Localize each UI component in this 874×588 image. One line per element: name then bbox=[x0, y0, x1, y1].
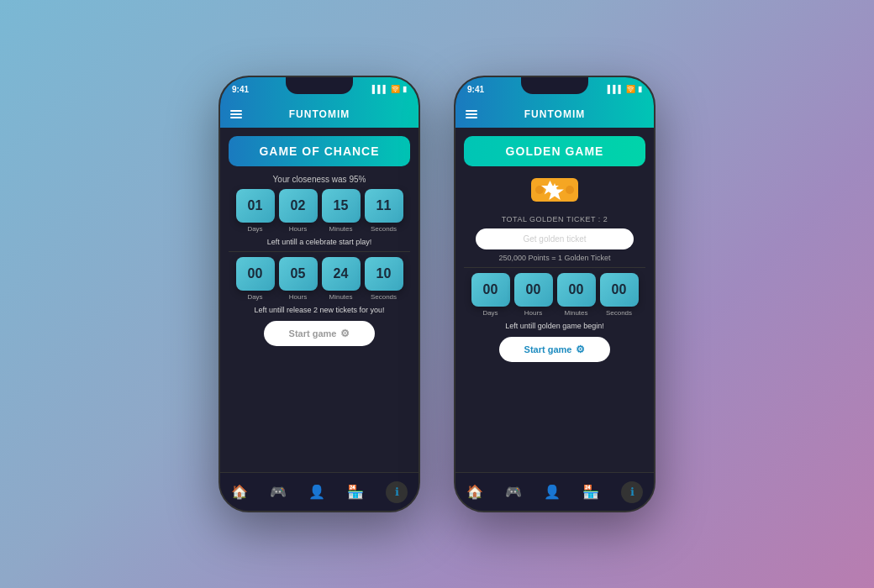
phone-notch-2 bbox=[521, 77, 588, 94]
golden-timer-seconds-label: Seconds bbox=[606, 309, 632, 317]
golden-timer-hours-label: Hours bbox=[524, 309, 542, 317]
timer2-seconds-box: 10 Seconds bbox=[365, 257, 403, 301]
timer1-minutes: 15 bbox=[322, 189, 361, 223]
timer1-seconds-label: Seconds bbox=[371, 225, 397, 233]
timer1-row: 01 Days 02 Hours 15 Minutes 11 Seconds bbox=[229, 189, 410, 233]
nav-info-1[interactable]: ℹ bbox=[386, 481, 408, 503]
golden-timer-days-box: 00 Days bbox=[471, 273, 510, 317]
timer1-seconds: 11 bbox=[365, 189, 403, 223]
nav-profile-2[interactable]: 👤 bbox=[544, 484, 561, 500]
points-info: 250,000 Points = 1 Golden Ticket bbox=[455, 254, 654, 262]
total-golden-ticket: TOTAL GOLDEN TICKET : 2 bbox=[455, 215, 654, 223]
nav-home-2[interactable]: 🏠 bbox=[466, 484, 483, 500]
start-game-button-1[interactable]: Start game ⚙ bbox=[264, 321, 376, 346]
timer2-days: 00 bbox=[236, 257, 275, 291]
time-2: 9:41 bbox=[467, 85, 484, 94]
signal-icon: ▌▌▌ bbox=[372, 85, 388, 93]
timer2-days-label: Days bbox=[247, 293, 262, 301]
timer2-minutes-label: Minutes bbox=[329, 293, 352, 301]
timer1-hours-label: Hours bbox=[289, 225, 307, 233]
svg-point-2 bbox=[566, 186, 574, 194]
golden-game-header: GOLDEN GAME bbox=[464, 136, 645, 166]
timer2-seconds: 10 bbox=[365, 257, 403, 291]
nav-game-2[interactable]: 🎮 bbox=[505, 484, 522, 500]
golden-timer-caption: Left untill golden game begin! bbox=[455, 322, 654, 330]
nav-store-1[interactable]: 🏪 bbox=[347, 484, 364, 500]
timer1-hours: 02 bbox=[279, 189, 318, 223]
timer2-hours-label: Hours bbox=[289, 293, 307, 301]
timer1-minutes-label: Minutes bbox=[329, 225, 352, 233]
golden-timer-hours: 00 bbox=[514, 273, 553, 307]
battery-icon: ▮ bbox=[403, 85, 407, 93]
timer2-seconds-label: Seconds bbox=[371, 293, 397, 301]
get-ticket-label: Get golden ticket bbox=[523, 234, 586, 244]
phone1-content: GAME OF CHANCE Your closeness was 95% 01… bbox=[220, 128, 419, 472]
closeness-text: Your closeness was 95% bbox=[220, 175, 419, 184]
battery-icon-2: ▮ bbox=[638, 85, 642, 93]
timer1-days-box: 01 Days bbox=[236, 189, 275, 233]
nav-bar-1: FUNTOMIM bbox=[220, 101, 419, 128]
timer2-minutes: 24 bbox=[322, 257, 361, 291]
timer1-hours-box: 02 Hours bbox=[279, 189, 318, 233]
golden-timer-hours-box: 00 Hours bbox=[514, 273, 553, 317]
start-game-button-2[interactable]: Start game ⚙ bbox=[499, 337, 611, 362]
get-golden-ticket-button[interactable]: Get golden ticket bbox=[476, 228, 634, 249]
timer1-seconds-box: 11 Seconds bbox=[365, 189, 403, 233]
signal-icon-2: ▌▌▌ bbox=[608, 85, 624, 93]
divider-2 bbox=[464, 267, 645, 268]
nav-home-1[interactable]: 🏠 bbox=[231, 484, 248, 500]
gear-icon-1: ⚙ bbox=[340, 328, 350, 339]
golden-timer-row: 00 Days 00 Hours 00 Minutes 00 Seconds bbox=[464, 273, 645, 317]
golden-timer-minutes: 00 bbox=[557, 273, 596, 307]
hamburger-menu-1[interactable] bbox=[230, 110, 242, 118]
app-title-1: FUNTOMIM bbox=[289, 108, 350, 120]
timer2-hours: 05 bbox=[279, 257, 318, 291]
timer2-row: 00 Days 05 Hours 24 Minutes 10 Seconds bbox=[229, 257, 410, 301]
game-of-chance-title: GAME OF CHANCE bbox=[237, 144, 402, 158]
nav-info-2[interactable]: ℹ bbox=[621, 481, 643, 503]
app-title-2: FUNTOMIM bbox=[524, 108, 585, 120]
gear-icon-2: ⚙ bbox=[576, 344, 585, 355]
wifi-icon: 🛜 bbox=[391, 85, 400, 93]
nav-bar-2: FUNTOMIM bbox=[455, 101, 654, 128]
game-of-chance-header: GAME OF CHANCE bbox=[229, 136, 410, 166]
start-game-label-1: Start game bbox=[289, 328, 337, 339]
phone-notch bbox=[286, 77, 353, 94]
timer1-days: 01 bbox=[236, 189, 275, 223]
wifi-icon-2: 🛜 bbox=[626, 85, 635, 93]
ticket-icon bbox=[529, 175, 580, 208]
phone-game-of-chance: 9:41 ▌▌▌ 🛜 ▮ FUNTOMIM GAME OF CHANCE You… bbox=[218, 76, 420, 512]
golden-timer-seconds: 00 bbox=[600, 273, 639, 307]
golden-game-title: GOLDEN GAME bbox=[472, 144, 637, 158]
timer2-hours-box: 05 Hours bbox=[279, 257, 318, 301]
golden-timer-minutes-box: 00 Minutes bbox=[557, 273, 596, 317]
timer2-days-box: 00 Days bbox=[236, 257, 275, 301]
timer2-caption: Left untill release 2 new tickets for yo… bbox=[220, 306, 419, 314]
nav-store-2[interactable]: 🏪 bbox=[582, 484, 599, 500]
timer1-minutes-box: 15 Minutes bbox=[322, 189, 361, 233]
nav-game-1[interactable]: 🎮 bbox=[270, 484, 287, 500]
golden-timer-days: 00 bbox=[471, 273, 510, 307]
timer1-caption: Left untill a celebrate start play! bbox=[220, 238, 419, 246]
timer2-minutes-box: 24 Minutes bbox=[322, 257, 361, 301]
svg-point-1 bbox=[535, 186, 544, 194]
divider-1 bbox=[229, 251, 410, 252]
status-icons-2: ▌▌▌ 🛜 ▮ bbox=[608, 85, 642, 93]
start-game-label-2: Start game bbox=[524, 344, 572, 354]
status-icons-1: ▌▌▌ 🛜 ▮ bbox=[372, 85, 407, 93]
time-1: 9:41 bbox=[232, 85, 249, 94]
ticket-icon-container bbox=[455, 175, 654, 208]
phone2-content: GOLDEN GAME TOTAL GOLDEN TICKET : 2 Get … bbox=[455, 128, 654, 472]
phone-golden-game: 9:41 ▌▌▌ 🛜 ▮ FUNTOMIM GOLDEN GAME bbox=[454, 76, 656, 512]
nav-profile-1[interactable]: 👤 bbox=[308, 484, 325, 500]
hamburger-menu-2[interactable] bbox=[466, 110, 477, 118]
bottom-nav-2: 🏠 🎮 👤 🏪 ℹ bbox=[455, 472, 654, 511]
golden-timer-days-label: Days bbox=[482, 309, 498, 317]
bottom-nav-1: 🏠 🎮 👤 🏪 ℹ bbox=[220, 472, 419, 511]
golden-timer-minutes-label: Minutes bbox=[564, 309, 587, 317]
timer1-days-label: Days bbox=[247, 225, 262, 233]
golden-timer-seconds-box: 00 Seconds bbox=[600, 273, 639, 317]
